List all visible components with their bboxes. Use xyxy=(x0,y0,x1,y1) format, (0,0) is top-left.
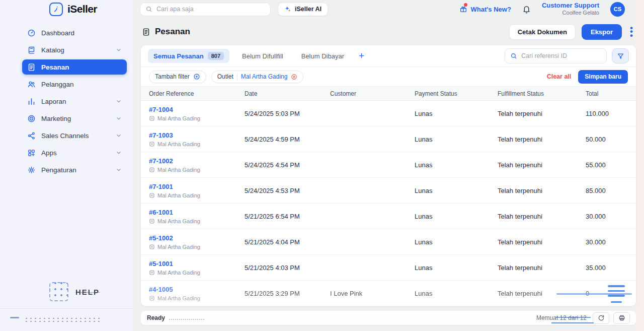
order-reference-link[interactable]: #7-1002 xyxy=(149,157,245,165)
whats-new-button[interactable]: What's New? xyxy=(459,5,511,13)
avatar[interactable]: CS xyxy=(610,2,625,17)
laporan-icon xyxy=(27,97,36,106)
help-label: HELP xyxy=(75,288,100,296)
sidebar-item-apps[interactable]: Apps xyxy=(22,145,127,160)
bell-icon[interactable] xyxy=(522,5,531,14)
payment-status: Lunas xyxy=(415,264,498,272)
global-search[interactable] xyxy=(140,3,271,16)
reference-search-input[interactable] xyxy=(521,52,601,59)
print-documents-button[interactable]: Cetak Dokumen xyxy=(509,24,576,40)
order-reference-link[interactable]: #5-1002 xyxy=(149,234,245,242)
sidebar-footer-artifact xyxy=(0,309,133,331)
sidebar-help[interactable]: HELP xyxy=(49,282,133,301)
fulfillment-status: Telah terpenuhi xyxy=(498,187,586,194)
sidebar-item-marketing[interactable]: Marketing xyxy=(22,111,127,126)
order-date: 5/24/2025 4:59 PM xyxy=(245,136,330,143)
tab-semua-pesanan[interactable]: Semua Pesanan 807 xyxy=(148,49,229,63)
chevron-down-icon xyxy=(116,133,122,139)
chevron-down-icon xyxy=(116,167,122,173)
sidebar-item-pesanan[interactable]: Pesanan xyxy=(22,59,127,75)
order-total: 35.000 xyxy=(586,264,628,272)
clear-all-button[interactable]: Clear all xyxy=(547,73,572,80)
remove-filter-icon[interactable] xyxy=(291,74,297,80)
sidebar-item-sales-channels[interactable]: Sales Channels xyxy=(22,128,127,143)
order-reference-link[interactable]: #6-1001 xyxy=(149,209,245,216)
payment-status: Lunas xyxy=(415,110,498,117)
status-ready: Ready xyxy=(147,314,165,321)
table-row[interactable]: #5-1001 Mal Artha Gading 5/21/2025 4:03 … xyxy=(141,255,636,281)
tab-label: Belum Dibayar xyxy=(301,52,344,60)
order-reference-link[interactable]: #7-1001 xyxy=(149,183,245,190)
sidebar-item-katalog[interactable]: Katalog xyxy=(22,42,127,57)
order-date: 5/24/2025 4:53 PM xyxy=(245,187,330,194)
fulfillment-status: Telah terpenuhi xyxy=(498,136,586,143)
column-header: Order Reference xyxy=(149,90,245,97)
fulfillment-status: Telah terpenuhi xyxy=(498,264,586,272)
order-reference-link[interactable]: #7-1004 xyxy=(149,106,245,113)
sidebar-item-pengaturan[interactable]: Pengaturan xyxy=(22,162,127,177)
reference-search[interactable] xyxy=(505,48,607,63)
topbar: iSeller iSeller AI What's New? Customer … xyxy=(0,0,644,18)
app-logo: iSeller xyxy=(0,3,133,16)
more-options-icon[interactable]: ••• xyxy=(628,26,635,38)
account-menu[interactable]: Customer Support Coolfee Gelato xyxy=(542,2,599,17)
qr-code-icon xyxy=(49,282,68,301)
payment-status: Lunas xyxy=(415,136,498,143)
order-reference-link[interactable]: #4-1005 xyxy=(149,286,245,293)
order-outlet: Mal Artha Gading xyxy=(149,192,245,198)
column-header: Payment Status xyxy=(415,90,498,97)
table-row[interactable]: #7-1002 Mal Artha Gading 5/24/2025 4:54 … xyxy=(141,152,636,178)
table-row[interactable]: #7-1001 Mal Artha Gading 5/24/2025 4:53 … xyxy=(141,178,636,204)
table-row[interactable]: #6-1001 Mal Artha Gading 5/21/2025 6:54 … xyxy=(141,204,636,229)
add-filter-chip[interactable]: Tambah filter xyxy=(149,71,206,83)
sidebar-item-dashboard[interactable]: Dashboard xyxy=(22,25,127,40)
order-outlet: Mal Artha Gading xyxy=(149,115,245,121)
status-bar: Ready Memuat 12 dari 12 xyxy=(141,311,636,325)
table-row[interactable]: #7-1003 Mal Artha Gading 5/24/2025 4:59 … xyxy=(141,126,636,152)
refresh-button[interactable] xyxy=(593,312,609,324)
sidebar-item-pelanggan[interactable]: Pelanggan xyxy=(22,77,127,92)
outlet-icon xyxy=(149,167,155,173)
order-reference-link[interactable]: #7-1003 xyxy=(149,131,245,139)
outlet-filter-chip[interactable]: Outlet Mal Artha Gading xyxy=(211,71,304,83)
account-store: Coolfee Gelato xyxy=(542,10,599,17)
tab-belum-difullfill[interactable]: Belum Difullfill xyxy=(236,49,289,63)
render-artifact xyxy=(608,285,625,303)
order-customer: I Love Pink xyxy=(330,290,415,297)
orders-card: Semua Pesanan 807 Belum Difullfill Belum… xyxy=(141,45,636,306)
column-header: Fulfillment Status xyxy=(498,90,586,97)
iseller-ai-button[interactable]: iSeller AI xyxy=(278,3,328,16)
order-total: 110.000 xyxy=(586,110,628,117)
render-artifact xyxy=(551,322,594,324)
save-new-filter-button[interactable]: Simpan baru xyxy=(578,70,628,84)
table-row[interactable]: #4-1005 Mal Artha Gading 5/21/2025 3:29 … xyxy=(141,281,636,306)
order-outlet: Mal Artha Gading xyxy=(149,218,245,224)
payment-status: Lunas xyxy=(415,161,498,169)
order-total: 50.000 xyxy=(586,136,628,143)
table-row[interactable]: #7-1004 Mal Artha Gading 5/24/2025 5:03 … xyxy=(141,101,636,126)
print-view-button[interactable] xyxy=(613,312,630,324)
notification-dot xyxy=(464,3,467,7)
order-date: 5/24/2025 5:03 PM xyxy=(245,110,330,117)
sidebar-item-label: Laporan xyxy=(41,98,66,105)
sidebar: Dashboard Katalog Pesanan Pelanggan Lapo… xyxy=(0,18,133,331)
table-row[interactable]: #5-1002 Mal Artha Gading 5/21/2025 4:04 … xyxy=(141,229,636,255)
order-reference-link[interactable]: #5-1001 xyxy=(149,260,245,268)
render-artifact xyxy=(10,317,19,318)
order-total: 85.000 xyxy=(586,187,628,194)
order-total: 30.000 xyxy=(586,213,628,220)
fulfillment-status: Telah terpenuhi xyxy=(498,161,586,169)
sidebar-item-label: Pesanan xyxy=(41,63,69,71)
sidebar-nav: Dashboard Katalog Pesanan Pelanggan Lapo… xyxy=(0,25,133,179)
tab-belum-dibayar[interactable]: Belum Dibayar xyxy=(296,49,350,63)
add-tab-button[interactable]: + xyxy=(357,50,366,61)
chip-divider xyxy=(237,74,237,80)
sidebar-item-laporan[interactable]: Laporan xyxy=(22,94,127,109)
fulfillment-status: Telah terpenuhi xyxy=(498,238,586,246)
export-button[interactable]: Ekspor xyxy=(582,24,622,40)
global-search-input[interactable] xyxy=(156,6,265,13)
filter-button[interactable] xyxy=(612,48,629,63)
katalog-icon xyxy=(27,46,36,54)
order-outlet: Mal Artha Gading xyxy=(149,141,245,147)
order-date: 5/21/2025 4:04 PM xyxy=(245,238,330,246)
